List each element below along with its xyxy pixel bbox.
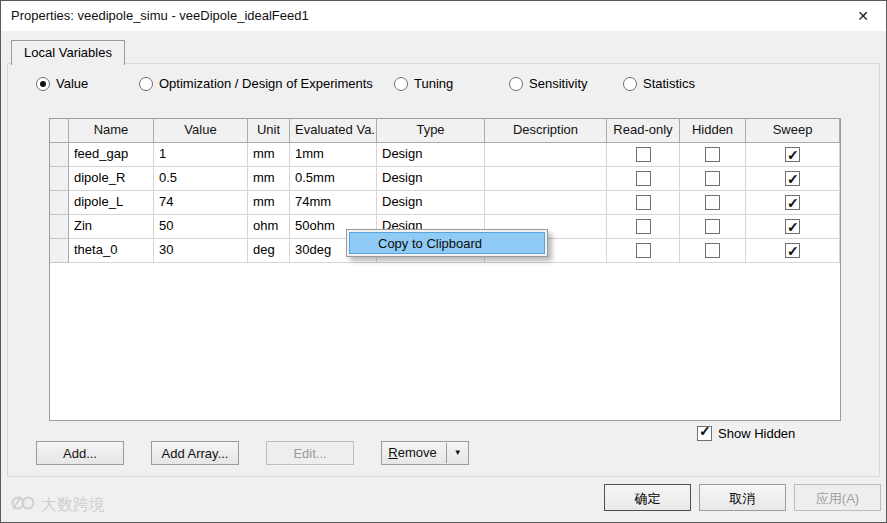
add-array-button[interactable]: Add Array... [151, 441, 239, 465]
header-name[interactable]: Name [69, 119, 154, 143]
header-unit[interactable]: Unit [248, 119, 290, 143]
cell-sweep[interactable] [746, 143, 840, 167]
header-hidden[interactable]: Hidden [680, 119, 746, 143]
table-row: feed_gap 1 mm 1mm Design [50, 143, 840, 167]
radio-tuning[interactable]: Tuning [394, 76, 453, 91]
cell-value[interactable]: 30 [154, 239, 248, 263]
cell-hidden[interactable] [680, 239, 746, 263]
radio-value[interactable]: Value [36, 76, 88, 91]
readonly-checkbox[interactable] [636, 171, 651, 186]
row-selector[interactable] [50, 191, 69, 215]
cell-readonly[interactable] [607, 167, 680, 191]
cell-unit[interactable]: deg [248, 239, 290, 263]
cell-name[interactable]: dipole_L [69, 191, 154, 215]
cell-unit[interactable]: ohm [248, 215, 290, 239]
radio-tuning-icon[interactable] [394, 77, 408, 91]
cell-evaluated[interactable]: 0.5mm [290, 167, 377, 191]
cell-unit[interactable]: mm [248, 143, 290, 167]
sweep-checkbox[interactable] [785, 195, 800, 210]
radio-value-icon[interactable] [36, 77, 50, 91]
cell-sweep[interactable] [746, 167, 840, 191]
readonly-checkbox[interactable] [636, 219, 651, 234]
watermark-logo-icon [11, 493, 35, 517]
row-selector[interactable] [50, 143, 69, 167]
row-selector[interactable] [50, 239, 69, 263]
cell-hidden[interactable] [680, 167, 746, 191]
close-icon[interactable]: ✕ [840, 1, 886, 31]
sweep-checkbox[interactable] [785, 243, 800, 258]
cell-hidden[interactable] [680, 143, 746, 167]
cell-readonly[interactable] [607, 143, 680, 167]
cell-unit[interactable]: mm [248, 191, 290, 215]
cell-name[interactable]: theta_0 [69, 239, 154, 263]
table-row: dipole_R 0.5 mm 0.5mm Design [50, 167, 840, 191]
hidden-checkbox[interactable] [705, 171, 720, 186]
sweep-checkbox[interactable] [785, 219, 800, 234]
readonly-checkbox[interactable] [636, 243, 651, 258]
header-description[interactable]: Description [485, 119, 607, 143]
cell-readonly[interactable] [607, 191, 680, 215]
header-sweep[interactable]: Sweep [746, 119, 840, 143]
header-value[interactable]: Value [154, 119, 248, 143]
watermark: 大数跨境 [11, 493, 105, 517]
properties-dialog: Properties: veedipole_simu - veeDipole_i… [0, 0, 887, 523]
readonly-checkbox[interactable] [636, 147, 651, 162]
radio-sensitivity-icon[interactable] [509, 77, 523, 91]
hidden-checkbox[interactable] [705, 219, 720, 234]
show-hidden-checkbox-row[interactable]: Show Hidden [697, 426, 795, 441]
cell-readonly[interactable] [607, 239, 680, 263]
row-selector[interactable] [50, 167, 69, 191]
tab-local-variables[interactable]: Local Variables [11, 40, 125, 65]
add-button[interactable]: Add... [36, 441, 124, 465]
hidden-checkbox[interactable] [705, 147, 720, 162]
radio-statistics-icon[interactable] [623, 77, 637, 91]
cell-type[interactable]: Design [377, 143, 485, 167]
hidden-checkbox[interactable] [705, 243, 720, 258]
cell-name[interactable]: Zin [69, 215, 154, 239]
hidden-checkbox[interactable] [705, 195, 720, 210]
cell-hidden[interactable] [680, 215, 746, 239]
cell-readonly[interactable] [607, 215, 680, 239]
cell-sweep[interactable] [746, 239, 840, 263]
cell-name[interactable]: dipole_R [69, 167, 154, 191]
cell-evaluated[interactable]: 74mm [290, 191, 377, 215]
show-hidden-checkbox[interactable] [697, 426, 712, 441]
ok-button[interactable]: 确定 [604, 484, 691, 511]
row-selector[interactable] [50, 215, 69, 239]
cell-hidden[interactable] [680, 191, 746, 215]
show-hidden-label: Show Hidden [718, 426, 795, 441]
cancel-button[interactable]: 取消 [699, 484, 786, 511]
readonly-checkbox[interactable] [636, 195, 651, 210]
title-bar[interactable]: Properties: veedipole_simu - veeDipole_i… [1, 1, 886, 31]
cell-value[interactable]: 50 [154, 215, 248, 239]
header-selector[interactable] [50, 119, 69, 143]
remove-button[interactable]: Remove ▼ [381, 441, 469, 465]
apply-button: 应用(A) [794, 484, 881, 511]
cell-value[interactable]: 0.5 [154, 167, 248, 191]
table-row: dipole_L 74 mm 74mm Design [50, 191, 840, 215]
cell-description[interactable] [485, 191, 607, 215]
header-evaluated[interactable]: Evaluated Va... [290, 119, 377, 143]
remove-dropdown-icon[interactable]: ▼ [446, 443, 462, 463]
radio-optimization[interactable]: Optimization / Design of Experiments [139, 76, 373, 91]
radio-sensitivity[interactable]: Sensitivity [509, 76, 588, 91]
sweep-checkbox[interactable] [785, 171, 800, 186]
cell-type[interactable]: Design [377, 191, 485, 215]
radio-statistics[interactable]: Statistics [623, 76, 695, 91]
header-type[interactable]: Type [377, 119, 485, 143]
cell-evaluated[interactable]: 1mm [290, 143, 377, 167]
cell-description[interactable] [485, 167, 607, 191]
cell-sweep[interactable] [746, 191, 840, 215]
sweep-checkbox[interactable] [785, 147, 800, 162]
cell-type[interactable]: Design [377, 167, 485, 191]
cell-value[interactable]: 1 [154, 143, 248, 167]
header-readonly[interactable]: Read-only [607, 119, 680, 143]
cell-sweep[interactable] [746, 215, 840, 239]
cell-unit[interactable]: mm [248, 167, 290, 191]
menu-item-copy-to-clipboard[interactable]: Copy to Clipboard [349, 232, 545, 254]
cell-description[interactable] [485, 143, 607, 167]
cell-name[interactable]: feed_gap [69, 143, 154, 167]
context-menu: Copy to Clipboard [346, 229, 548, 257]
radio-optimization-icon[interactable] [139, 77, 153, 91]
cell-value[interactable]: 74 [154, 191, 248, 215]
